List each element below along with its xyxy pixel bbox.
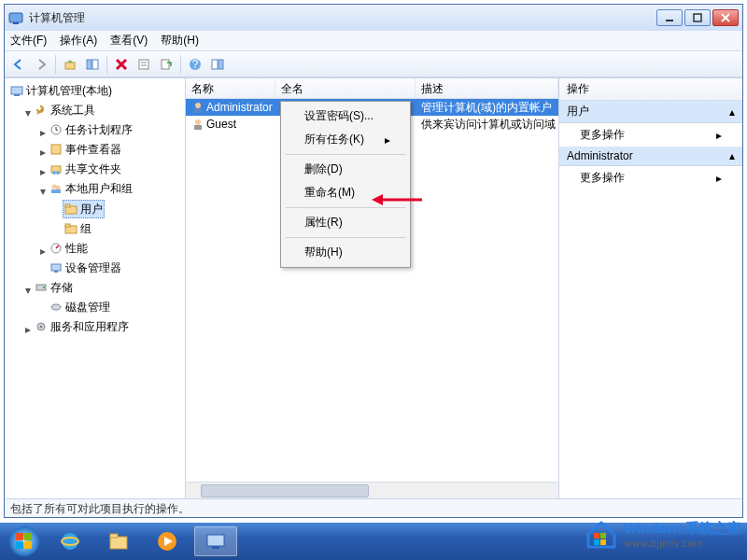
- tree-event-viewer[interactable]: 事件查看器: [48, 141, 123, 158]
- svg-rect-11: [139, 60, 148, 69]
- tree-pane[interactable]: 计算机管理(本地) ▾系统工具 ▸任务计划程序 ▸事件查看器 ▸共享文件夹 ▾本…: [5, 78, 186, 498]
- svg-rect-49: [24, 533, 32, 540]
- close-button[interactable]: [712, 9, 739, 26]
- watermark: Windows系统之家 www.bjjmlv.com: [585, 517, 741, 551]
- tree-storage[interactable]: 存储: [33, 279, 75, 296]
- window-title: 计算机管理: [29, 10, 656, 26]
- svg-point-38: [51, 304, 61, 310]
- watermark-url: www.bjjmlv.com: [624, 538, 741, 549]
- col-fullname[interactable]: 全名: [275, 78, 416, 98]
- menu-all-tasks[interactable]: 所有任务(K)▸: [284, 128, 407, 151]
- svg-rect-50: [16, 541, 23, 549]
- up-button[interactable]: [60, 54, 80, 75]
- tree-system-tools[interactable]: 系统工具: [33, 102, 97, 119]
- svg-rect-58: [207, 535, 224, 546]
- share-icon: [49, 162, 63, 175]
- actions-more-user[interactable]: 更多操作 ▸: [559, 123, 742, 147]
- svg-rect-30: [65, 204, 70, 207]
- actions-section-user[interactable]: 用户 ▴: [559, 101, 742, 123]
- svg-rect-17: [212, 60, 218, 69]
- help-button[interactable]: ?: [185, 54, 205, 75]
- svg-rect-28: [51, 189, 61, 193]
- svg-rect-55: [110, 534, 118, 538]
- show-hide-action-button[interactable]: [207, 54, 228, 75]
- cell-desc: 管理计算机(域)的内置帐户: [416, 100, 558, 116]
- svg-rect-60: [594, 533, 599, 539]
- expander-icon[interactable]: ▸: [38, 163, 48, 180]
- expander-icon[interactable]: ▾: [23, 282, 33, 299]
- task-computer-management[interactable]: [194, 526, 237, 556]
- menu-help[interactable]: 帮助(H): [161, 33, 199, 49]
- tree-task-scheduler[interactable]: 任务计划程序: [48, 121, 134, 138]
- expander-icon[interactable]: ▸: [38, 243, 48, 259]
- menu-view[interactable]: 查看(V): [110, 33, 148, 49]
- tree-performance[interactable]: 性能: [48, 240, 90, 257]
- forward-button[interactable]: [31, 54, 51, 75]
- svg-rect-18: [218, 60, 223, 69]
- col-desc[interactable]: 描述: [416, 78, 558, 98]
- task-ie[interactable]: [49, 526, 92, 556]
- expander-icon[interactable]: ▾: [38, 183, 48, 200]
- svg-rect-32: [65, 224, 70, 227]
- actions-section-admin[interactable]: Administrator ▴: [559, 147, 742, 166]
- device-icon: [49, 261, 63, 274]
- actions-pane: 操作 用户 ▴ 更多操作 ▸ Administrator ▴ 更多操作 ▸: [559, 78, 742, 498]
- house-icon: [585, 517, 618, 551]
- event-icon: [49, 143, 63, 156]
- svg-rect-35: [54, 271, 58, 273]
- menu-delete[interactable]: 删除(D): [284, 158, 407, 181]
- chevron-up-icon: ▴: [729, 105, 735, 119]
- context-menu: 设置密码(S)... 所有任务(K)▸ 删除(D) 重命名(M) 属性(R) 帮…: [280, 101, 411, 268]
- menu-properties[interactable]: 属性(R): [284, 211, 407, 234]
- expander-icon[interactable]: ▸: [23, 321, 33, 338]
- menu-file[interactable]: 文件(F): [10, 33, 47, 49]
- minimize-button[interactable]: [656, 9, 683, 26]
- cell-name: Administrator: [206, 101, 273, 114]
- cell-name: Guest: [206, 118, 236, 131]
- svg-rect-42: [194, 108, 202, 113]
- window-controls: [656, 9, 739, 26]
- expander-icon[interactable]: ▸: [38, 144, 48, 161]
- task-explorer[interactable]: [97, 526, 140, 556]
- svg-rect-0: [9, 13, 22, 22]
- scrollbar-thumb[interactable]: [201, 484, 369, 497]
- tree-disk-management[interactable]: 磁盘管理: [48, 299, 112, 315]
- delete-button[interactable]: [111, 54, 132, 75]
- menu-action[interactable]: 操作(A): [60, 33, 97, 49]
- tree-services-apps[interactable]: 服务和应用程序: [33, 318, 131, 335]
- menu-separator: [286, 237, 405, 238]
- task-media-player[interactable]: [146, 526, 189, 556]
- app-icon: [8, 10, 23, 25]
- svg-rect-1: [13, 22, 19, 24]
- tree-groups[interactable]: 组: [63, 220, 93, 237]
- back-button[interactable]: [8, 54, 29, 75]
- svg-point-43: [195, 119, 201, 125]
- expander-icon[interactable]: ▾: [23, 105, 33, 121]
- tree-root[interactable]: 计算机管理(本地): [8, 82, 114, 99]
- watermark-title: Windows系统之家: [624, 520, 741, 538]
- export-button[interactable]: [156, 54, 176, 75]
- show-hide-tree-button[interactable]: [82, 54, 103, 75]
- menu-help[interactable]: 帮助(H): [284, 241, 407, 264]
- tree-shared-folders[interactable]: 共享文件夹: [48, 161, 123, 177]
- expander-icon[interactable]: ▸: [38, 124, 48, 141]
- titlebar[interactable]: 计算机管理: [5, 5, 742, 31]
- tree-users[interactable]: 用户: [63, 200, 105, 218]
- menu-set-password[interactable]: 设置密码(S)...: [284, 105, 407, 128]
- svg-rect-48: [16, 533, 23, 540]
- user-icon: [191, 101, 204, 114]
- tree-local-users[interactable]: 本地用户和组: [48, 180, 134, 197]
- svg-point-40: [40, 326, 43, 329]
- horizontal-scrollbar[interactable]: [186, 482, 558, 498]
- menubar: 文件(F) 操作(A) 查看(V) 帮助(H): [5, 31, 742, 51]
- start-button[interactable]: [6, 523, 43, 560]
- maximize-button[interactable]: [684, 9, 711, 26]
- svg-point-25: [56, 171, 60, 175]
- svg-point-47: [9, 526, 39, 556]
- actions-more-admin[interactable]: 更多操作 ▸: [559, 166, 742, 189]
- properties-button[interactable]: [134, 54, 154, 75]
- svg-text:?: ?: [192, 58, 199, 71]
- col-name[interactable]: 名称: [186, 78, 275, 98]
- chevron-right-icon: ▸: [716, 172, 722, 185]
- tree-device-manager[interactable]: 设备管理器: [48, 259, 123, 276]
